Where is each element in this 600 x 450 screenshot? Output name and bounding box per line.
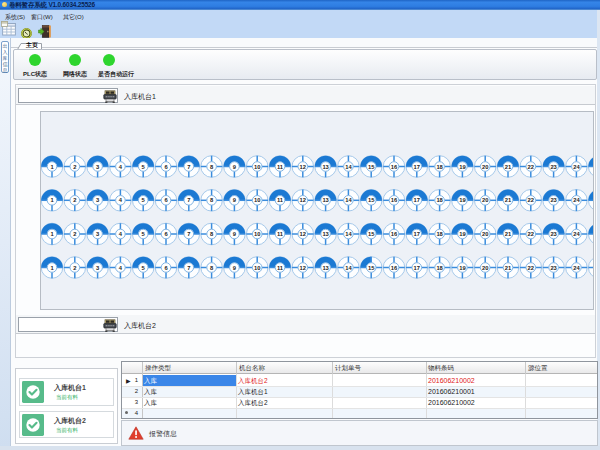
svg-text:21: 21 bbox=[505, 231, 512, 237]
svg-text:18: 18 bbox=[436, 164, 443, 170]
svg-text:24: 24 bbox=[573, 197, 580, 203]
svg-text:17: 17 bbox=[414, 265, 420, 271]
svg-text:24: 24 bbox=[573, 164, 580, 170]
svg-text:16: 16 bbox=[391, 231, 398, 237]
svg-text:7: 7 bbox=[187, 197, 190, 203]
svg-text:21: 21 bbox=[505, 197, 512, 203]
svg-text:19: 19 bbox=[459, 164, 466, 170]
svg-text:23: 23 bbox=[550, 197, 557, 203]
svg-text:2: 2 bbox=[73, 231, 76, 237]
svg-text:17: 17 bbox=[414, 231, 420, 237]
svg-text:11: 11 bbox=[277, 231, 284, 237]
svg-text:15: 15 bbox=[368, 164, 375, 170]
svg-text:19: 19 bbox=[459, 197, 466, 203]
svg-text:21: 21 bbox=[505, 164, 512, 170]
svg-text:10: 10 bbox=[254, 197, 260, 203]
svg-text:15: 15 bbox=[368, 231, 375, 237]
svg-text:7: 7 bbox=[187, 265, 190, 271]
svg-text:17: 17 bbox=[414, 164, 420, 170]
svg-text:13: 13 bbox=[322, 164, 329, 170]
svg-text:14: 14 bbox=[345, 265, 352, 271]
svg-text:17: 17 bbox=[414, 197, 420, 203]
svg-text:16: 16 bbox=[391, 265, 398, 271]
svg-text:20: 20 bbox=[482, 164, 488, 170]
svg-text:20: 20 bbox=[482, 231, 488, 237]
svg-text:7: 7 bbox=[187, 164, 190, 170]
svg-text:12: 12 bbox=[300, 164, 306, 170]
svg-text:15: 15 bbox=[368, 197, 375, 203]
svg-text:2: 2 bbox=[73, 197, 76, 203]
svg-text:18: 18 bbox=[436, 197, 443, 203]
svg-text:19: 19 bbox=[459, 231, 466, 237]
svg-text:23: 23 bbox=[550, 265, 557, 271]
svg-text:2: 2 bbox=[73, 164, 76, 170]
svg-text:12: 12 bbox=[300, 197, 306, 203]
svg-text:22: 22 bbox=[528, 197, 534, 203]
svg-text:18: 18 bbox=[436, 265, 443, 271]
svg-text:14: 14 bbox=[345, 231, 352, 237]
svg-text:21: 21 bbox=[505, 265, 512, 271]
svg-text:22: 22 bbox=[528, 231, 534, 237]
svg-text:13: 13 bbox=[322, 265, 329, 271]
svg-text:20: 20 bbox=[482, 265, 488, 271]
svg-text:22: 22 bbox=[528, 265, 534, 271]
svg-text:11: 11 bbox=[277, 265, 284, 271]
svg-text:24: 24 bbox=[573, 265, 580, 271]
svg-text:10: 10 bbox=[254, 164, 260, 170]
svg-text:13: 13 bbox=[322, 197, 329, 203]
svg-text:11: 11 bbox=[277, 197, 284, 203]
svg-text:10: 10 bbox=[254, 265, 260, 271]
svg-text:16: 16 bbox=[391, 164, 398, 170]
svg-text:14: 14 bbox=[345, 164, 352, 170]
svg-text:23: 23 bbox=[550, 164, 557, 170]
svg-text:18: 18 bbox=[436, 231, 443, 237]
svg-text:13: 13 bbox=[322, 231, 329, 237]
svg-text:24: 24 bbox=[573, 231, 580, 237]
svg-text:19: 19 bbox=[459, 265, 466, 271]
svg-text:2: 2 bbox=[73, 265, 76, 271]
svg-text:12: 12 bbox=[300, 265, 306, 271]
svg-text:11: 11 bbox=[277, 164, 284, 170]
svg-text:14: 14 bbox=[345, 197, 352, 203]
svg-text:20: 20 bbox=[482, 197, 488, 203]
svg-text:23: 23 bbox=[550, 231, 557, 237]
svg-text:7: 7 bbox=[187, 231, 190, 237]
svg-text:12: 12 bbox=[300, 231, 306, 237]
svg-text:16: 16 bbox=[391, 197, 398, 203]
svg-text:10: 10 bbox=[254, 231, 260, 237]
svg-text:22: 22 bbox=[528, 164, 534, 170]
svg-text:15: 15 bbox=[368, 265, 375, 271]
